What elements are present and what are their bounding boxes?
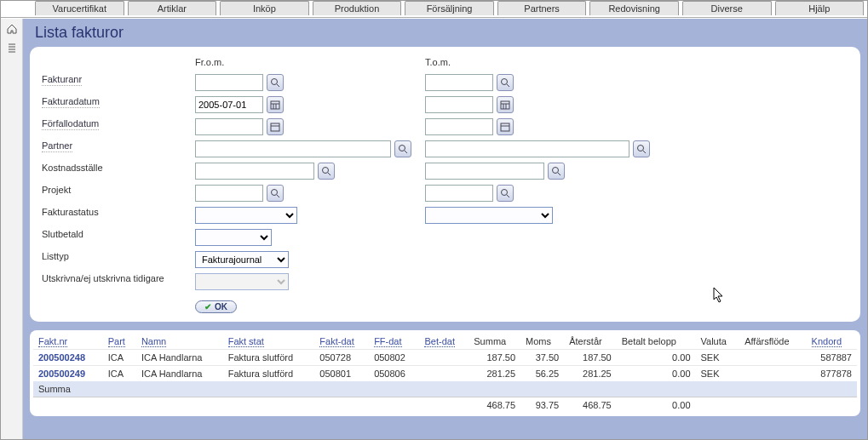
cell-faktstat: Faktura slutförd	[223, 350, 315, 366]
label-fakturadatum: Fakturadatum	[42, 96, 100, 108]
fakturadatum-from-input[interactable]	[195, 96, 263, 113]
listtyp-select[interactable]: Fakturajournal	[195, 251, 289, 268]
kostnad-from-input[interactable]	[195, 163, 314, 180]
total-betalt: 0.00	[617, 397, 696, 414]
svg-point-24	[272, 190, 278, 196]
menu-produktion[interactable]: Produktion	[313, 1, 402, 15]
fakturanr-from-input[interactable]	[195, 74, 263, 91]
svg-point-18	[638, 146, 644, 151]
menu-varucertifikat[interactable]: Varucertifikat	[35, 1, 124, 15]
fakturastatus-from-select[interactable]	[195, 207, 297, 224]
th-moms[interactable]: Moms	[520, 334, 564, 350]
th-faktdat[interactable]: Fakt-dat	[314, 334, 369, 350]
menu-artiklar[interactable]: Artiklar	[128, 1, 217, 15]
cell-betalt: 0.00	[617, 366, 696, 382]
sum-label: Summa	[33, 381, 857, 397]
th-aterstar[interactable]: Återstår	[564, 334, 617, 350]
th-valuta[interactable]: Valuta	[696, 334, 740, 350]
fakturastatus-to-select[interactable]	[425, 207, 553, 224]
forfallodatum-from-input[interactable]	[195, 118, 263, 135]
svg-rect-12	[271, 123, 279, 131]
total-aterstar: 468.75	[564, 397, 617, 414]
th-summa[interactable]: Summa	[468, 334, 520, 350]
cell-moms: 56.25	[520, 366, 564, 382]
th-faktnr[interactable]: Fakt.nr	[33, 334, 103, 350]
projekt-from-input[interactable]	[195, 185, 263, 202]
table-row[interactable]: 200500249 ICA ICA Handlarna Faktura slut…	[33, 366, 857, 382]
th-betdat[interactable]: Bet-dat	[419, 334, 468, 350]
partner-to-input[interactable]	[425, 140, 629, 157]
svg-point-22	[553, 168, 559, 174]
slutbetald-select[interactable]	[195, 229, 272, 246]
menu-inkop[interactable]: Inköp	[220, 1, 309, 15]
label-slutbetald: Slutbetald	[42, 229, 83, 239]
search-icon[interactable]	[267, 74, 284, 91]
svg-line-3	[507, 84, 509, 87]
search-icon[interactable]	[318, 163, 335, 180]
home-icon[interactable]	[5, 22, 19, 36]
th-betalt[interactable]: Betalt belopp	[617, 334, 696, 350]
fakturanr-to-input[interactable]	[425, 74, 493, 91]
cell-aterstar: 187.50	[564, 350, 617, 366]
th-part[interactable]: Part	[103, 334, 136, 350]
cell-namn: ICA Handlarna	[136, 366, 223, 382]
svg-line-19	[643, 151, 646, 153]
calendar-icon[interactable]	[267, 96, 284, 113]
svg-rect-4	[271, 101, 279, 109]
label-kostnadsstalle: Kostnadsställe	[42, 163, 103, 173]
forfallodatum-to-input[interactable]	[425, 118, 493, 135]
fakturadatum-to-input[interactable]	[425, 96, 493, 113]
projekt-to-input[interactable]	[425, 185, 493, 202]
cell-faktnr[interactable]: 200500249	[33, 366, 103, 382]
cell-part: ICA	[103, 350, 136, 366]
search-icon[interactable]	[497, 74, 514, 91]
calendar-icon[interactable]	[497, 96, 514, 113]
search-icon[interactable]	[394, 140, 411, 157]
cell-valuta: SEK	[696, 366, 740, 382]
ok-button[interactable]: ✔OK	[195, 300, 237, 313]
page-title: Lista fakturor	[35, 24, 860, 42]
main-area: Lista fakturor Fr.o.m. T.o.m. Fakturanr …	[23, 19, 867, 439]
calendar-icon[interactable]	[497, 118, 514, 135]
svg-line-1	[277, 84, 279, 87]
search-icon[interactable]	[548, 163, 565, 180]
svg-line-17	[405, 151, 407, 153]
cell-affar	[739, 366, 806, 382]
svg-point-0	[272, 79, 278, 85]
search-icon[interactable]	[267, 185, 284, 202]
menu-redovisning[interactable]: Redovisning	[589, 1, 679, 15]
th-affar[interactable]: Affärsflöde	[739, 334, 806, 350]
menu-forsaljning[interactable]: Försäljning	[405, 1, 494, 15]
svg-line-25	[277, 195, 279, 197]
label-utskrivna: Utskrivna/ej utskrivna tidigare	[42, 273, 164, 283]
result-table: Fakt.nr Part Namn Fakt stat Fakt-dat FF-…	[33, 334, 857, 413]
cell-aterstar: 281.25	[564, 366, 617, 382]
menu-diverse[interactable]: Diverse	[682, 1, 772, 15]
th-namn[interactable]: Namn	[136, 334, 223, 350]
menu-partners[interactable]: Partners	[497, 1, 587, 15]
kostnad-to-input[interactable]	[425, 163, 544, 180]
totals-row: 468.75 93.75 468.75 0.00	[33, 397, 857, 414]
th-kndord[interactable]: Kndord	[807, 334, 857, 350]
calendar-icon[interactable]	[267, 118, 284, 135]
list-icon[interactable]	[5, 41, 19, 54]
table-row[interactable]: 200500248 ICA ICA Handlarna Faktura slut…	[33, 350, 857, 366]
search-icon[interactable]	[497, 185, 514, 202]
sidebar	[1, 19, 23, 440]
cell-faktnr[interactable]: 200500248	[33, 350, 103, 366]
menu-hjalp[interactable]: Hjälp	[775, 1, 865, 15]
cell-betalt: 0.00	[617, 350, 696, 366]
cell-moms: 37.50	[520, 350, 564, 366]
cell-faktdat: 050728	[314, 350, 369, 366]
svg-point-20	[323, 168, 329, 174]
partner-from-input[interactable]	[195, 140, 391, 157]
svg-point-2	[502, 79, 508, 85]
search-icon[interactable]	[633, 140, 650, 157]
cell-ffdat: 050806	[369, 366, 419, 382]
th-faktstat[interactable]: Fakt stat	[223, 334, 315, 350]
th-ffdat[interactable]: FF-dat	[369, 334, 419, 350]
col-from: Fr.o.m.	[195, 57, 425, 69]
label-projekt: Projekt	[42, 185, 71, 195]
cell-kndord: 877878	[807, 366, 857, 382]
cell-valuta: SEK	[696, 350, 740, 366]
